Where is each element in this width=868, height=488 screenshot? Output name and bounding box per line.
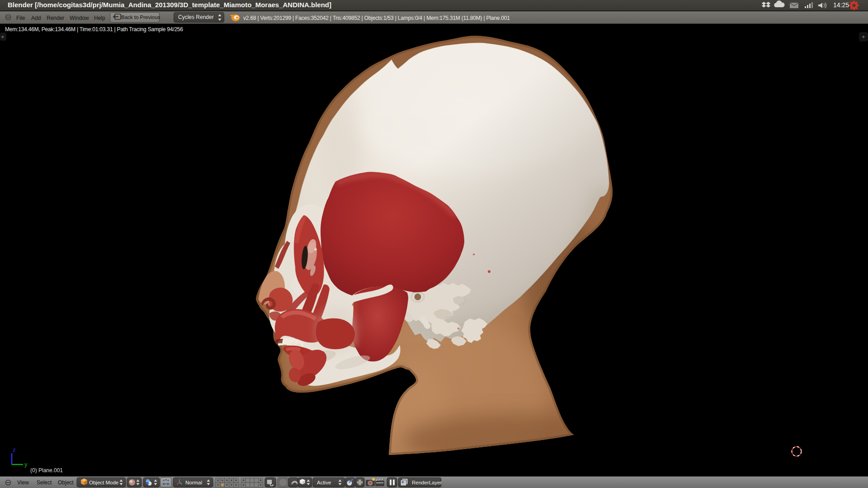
svg-text:+: + [1,33,5,40]
svg-text:y: y [24,461,28,468]
svg-text:RenderLayer: RenderLayer [412,480,442,485]
svg-text:Normal: Normal [185,480,202,485]
svg-text:+: + [862,33,865,40]
svg-text:z: z [13,446,16,453]
svg-text:Active: Active [317,480,331,485]
svg-text:Object Mode: Object Mode [89,480,118,485]
